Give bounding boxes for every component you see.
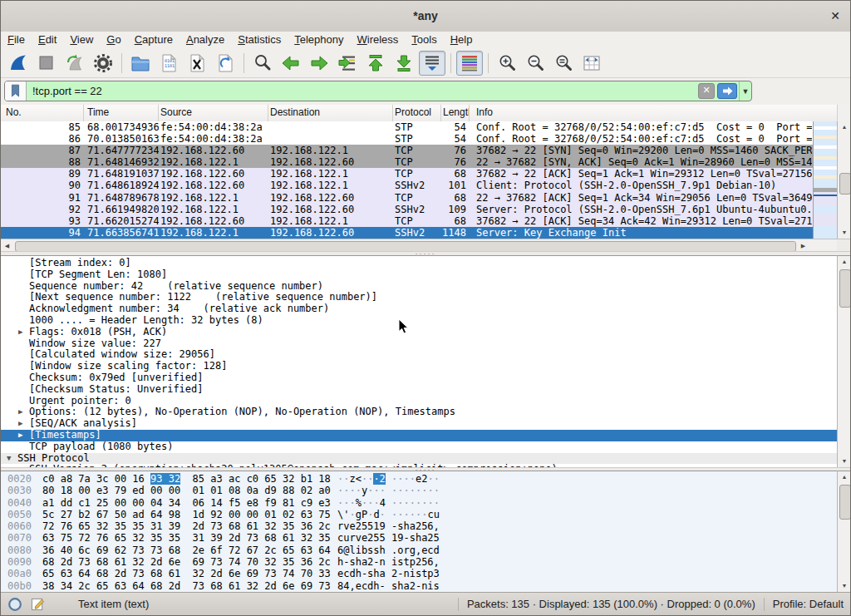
open-file-button[interactable]	[127, 51, 154, 76]
title-bar[interactable]: *any ✕	[1, 1, 850, 32]
menu-tools[interactable]: Tools	[405, 32, 443, 48]
detail-line[interactable]: [TCP Segment Len: 1080]	[1, 269, 837, 281]
detail-line[interactable]: 1000 .... = Header Length: 32 bytes (8)	[1, 315, 837, 327]
packet-list-vscrollbar[interactable]: ▲ ▼	[837, 121, 851, 239]
detail-line[interactable]: ▶Options: (12 bytes), No-Operation (NOP)…	[1, 407, 837, 418]
column-header-protocol[interactable]: Protocol	[393, 105, 441, 121]
menu-view[interactable]: View	[63, 32, 100, 48]
menu-statistics[interactable]: Statistics	[231, 32, 288, 48]
menu-help[interactable]: Help	[444, 32, 480, 48]
detail-line[interactable]: [Calculated window size: 29056]	[1, 349, 837, 361]
auto-scroll-button[interactable]	[419, 51, 445, 76]
expert-info-icon[interactable]	[7, 597, 22, 612]
detail-line[interactable]: ▶[SEQ/ACK analysis]	[1, 418, 837, 430]
packet-row-92[interactable]: 9271.661949820192.168.122.1192.168.122.6…	[1, 204, 813, 215]
menu-capture[interactable]: Capture	[128, 32, 180, 48]
packet-row-88[interactable]: 8871.648146932192.168.122.1192.168.122.6…	[1, 156, 813, 168]
packet-row-86[interactable]: 8670.013850163fe:54:00:d4:38:2aSTP54Conf…	[1, 133, 813, 145]
go-first-button[interactable]	[362, 51, 389, 76]
detail-line[interactable]: Urgent pointer: 0	[1, 396, 837, 407]
detail-line[interactable]: ▶Flags: 0x018 (PSH, ACK)	[1, 327, 837, 338]
find-packet-button[interactable]	[249, 51, 276, 76]
hex-row-0090[interactable]: 009068 2d 73 68 61 32 2d 6e 69 73 74 70 …	[1, 556, 837, 568]
hex-row-00a0[interactable]: 00a065 63 64 68 2d 73 68 61 32 2d 6e 69 …	[1, 568, 837, 579]
menu-telephony[interactable]: Telephony	[288, 32, 350, 48]
colorize-button[interactable]	[456, 51, 483, 76]
close-icon[interactable]: ✕	[830, 1, 840, 32]
detail-line[interactable]: [Stream index: 0]	[1, 258, 837, 269]
menu-edit[interactable]: Edit	[32, 32, 63, 48]
detail-line[interactable]: [Window size scaling factor: 128]	[1, 361, 837, 372]
packet-row-87[interactable]: 8771.647777234192.168.122.60192.168.122.…	[1, 145, 813, 156]
column-header-info[interactable]: Info	[470, 105, 838, 121]
scrollbar-thumb[interactable]	[839, 485, 851, 520]
detail-line[interactable]: ▼SSH Protocol	[1, 453, 837, 465]
go-forward-button[interactable]	[306, 51, 332, 76]
packet-row-91[interactable]: 9171.648789678192.168.122.1192.168.122.6…	[1, 192, 813, 204]
go-to-packet-button[interactable]	[334, 51, 361, 76]
detail-line[interactable]: Window size value: 227	[1, 338, 837, 350]
profile-label[interactable]: Profile: Default	[773, 598, 844, 610]
column-header-destination[interactable]: Destination	[268, 105, 393, 121]
collapsed-arrow-icon[interactable]: ▶	[18, 430, 22, 441]
column-header-no[interactable]: No.	[1, 105, 84, 121]
hex-row-0020[interactable]: 0020c0 a8 7a 3c 00 16 93 32 85 a3 ac c0 …	[1, 473, 837, 485]
detail-line[interactable]: [Checksum Status: Unverified]	[1, 384, 837, 396]
scroll-up-icon[interactable]: ▲	[838, 256, 851, 268]
scroll-down-icon[interactable]: ▼	[838, 227, 851, 239]
detail-line[interactable]: TCP payload (1080 bytes)	[1, 441, 837, 453]
filter-expression-text[interactable]: !tcp.port == 22	[27, 85, 698, 97]
collapsed-arrow-icon[interactable]: ▶	[18, 327, 22, 338]
packet-row-85[interactable]: 8568.001734936fe:54:00:d4:38:2aSTP54Conf…	[1, 121, 813, 133]
zoom-in-button[interactable]	[494, 51, 520, 76]
zoom-original-button[interactable]	[550, 51, 577, 76]
go-last-button[interactable]	[391, 51, 417, 76]
menu-analyze[interactable]: Analyze	[180, 32, 231, 48]
filter-clear-button[interactable]: ✕	[698, 83, 715, 99]
details-vscrollbar[interactable]: ▲ ▼	[837, 255, 851, 467]
display-filter-input[interactable]: !tcp.port == 22 ✕ ▼	[4, 81, 752, 101]
scroll-up-icon[interactable]: ▲	[838, 471, 851, 483]
detail-line[interactable]: Checksum: 0x79ed [unverified]	[1, 372, 837, 384]
start-capture-button[interactable]	[5, 51, 32, 76]
hex-row-0080[interactable]: 008036 40 6c 69 62 73 73 68 2e 6f 72 67 …	[1, 545, 837, 556]
menu-file[interactable]: File	[1, 32, 32, 48]
expanded-arrow-icon[interactable]: ▼	[7, 453, 11, 465]
hex-row-0070[interactable]: 007063 75 72 76 65 32 35 35 31 39 2d 73 …	[1, 532, 837, 544]
column-header-time[interactable]: Time	[84, 105, 159, 121]
hex-row-0030[interactable]: 003080 18 00 e3 79 ed 00 00 01 01 08 0a …	[1, 485, 837, 496]
close-file-button[interactable]	[184, 51, 210, 76]
scroll-right-icon[interactable]: ▶	[797, 240, 809, 251]
collapsed-arrow-icon[interactable]: ▶	[18, 418, 22, 430]
menu-go[interactable]: Go	[100, 32, 127, 48]
hex-row-00b0[interactable]: 00b038 34 2c 65 63 64 68 2d 73 68 61 32 …	[1, 580, 837, 592]
packet-row-94[interactable]: 9471.663856741192.168.122.1192.168.122.6…	[1, 227, 813, 239]
save-file-button[interactable]: 01011101	[155, 51, 182, 76]
hex-row-0060[interactable]: 006072 76 65 32 35 35 31 39 2d 73 68 61 …	[1, 520, 837, 532]
scrollbar-thumb[interactable]	[839, 173, 851, 195]
hex-row-0050[interactable]: 00505c 27 b2 67 50 ad 64 98 1d 92 00 00 …	[1, 509, 837, 520]
capture-options-button[interactable]	[90, 51, 116, 76]
scroll-left-icon[interactable]: ◀	[1, 240, 13, 251]
column-header-length[interactable]: Length	[441, 105, 470, 121]
restart-capture-button[interactable]	[61, 51, 88, 76]
stop-capture-button[interactable]	[33, 51, 60, 76]
resize-columns-button[interactable]	[578, 51, 605, 76]
filter-history-dropdown[interactable]: ▼	[739, 81, 751, 101]
zoom-out-button[interactable]	[522, 51, 548, 76]
column-header-source[interactable]: Source	[159, 105, 268, 121]
packet-row-89[interactable]: 8971.648191037192.168.122.60192.168.122.…	[1, 168, 813, 180]
filter-apply-button[interactable]	[717, 83, 737, 99]
intelligent-scrollbar-minimap[interactable]	[813, 121, 838, 239]
collapsed-arrow-icon[interactable]: ▶	[18, 407, 22, 418]
detail-line[interactable]: [Next sequence number: 1122 (relative se…	[1, 292, 837, 303]
menu-wireless[interactable]: Wireless	[351, 32, 406, 48]
reload-file-button[interactable]	[212, 51, 239, 76]
packet-row-93[interactable]: 9371.662015274192.168.122.60192.168.122.…	[1, 215, 813, 227]
scroll-down-icon[interactable]: ▼	[838, 456, 851, 467]
packet-row-90[interactable]: 9071.648618924192.168.122.60192.168.122.…	[1, 180, 813, 191]
filter-bookmark-button[interactable]	[5, 81, 27, 101]
scrollbar-thumb[interactable]	[839, 269, 851, 308]
detail-line[interactable]: ▶[Timestamps]	[1, 430, 837, 441]
hex-vscrollbar[interactable]: ▲ ▼	[837, 471, 851, 592]
